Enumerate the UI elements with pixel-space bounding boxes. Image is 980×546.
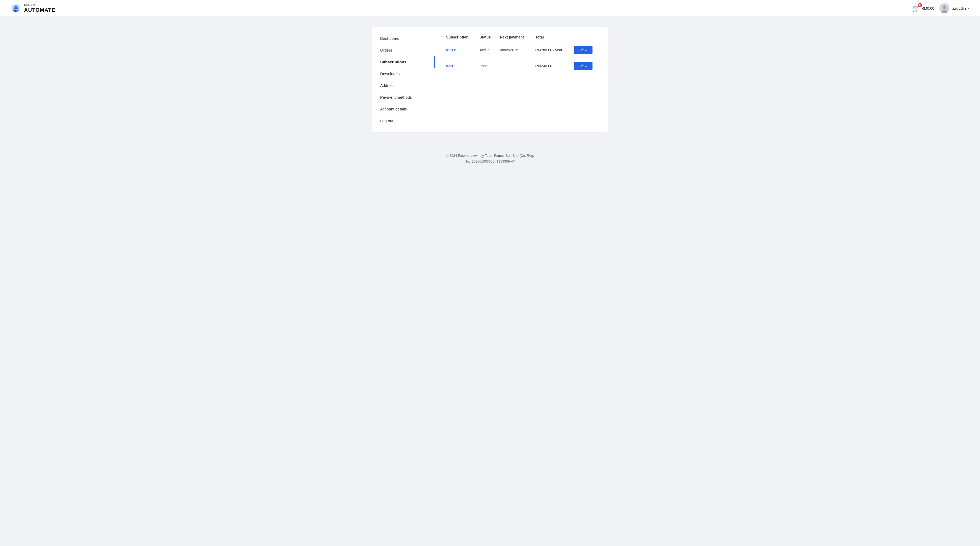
sidebar-item-log-out[interactable]: Log out xyxy=(372,115,435,127)
logo-automate-label: AUTOMATE xyxy=(24,7,55,13)
sidebar-item-subscriptions[interactable]: Subscriptions xyxy=(372,56,435,68)
header: FAMES AUTOMATE 🛒 0 RM0.00 izzuddin ▾ xyxy=(0,0,980,17)
cart-badge: 0 xyxy=(918,3,922,7)
view-button-330[interactable]: View xyxy=(574,62,592,70)
action-cell-2186: View xyxy=(571,42,600,58)
col-status: Status xyxy=(476,32,497,42)
cart-total: RM0.00 xyxy=(921,6,934,10)
sidebar-item-payment-methods[interactable]: Payment methods xyxy=(372,91,435,103)
col-next-payment: Next payment xyxy=(497,32,532,42)
footer-line2: No.: 202001003050 (1359369-A)) xyxy=(5,159,975,164)
avatar-svg xyxy=(939,3,950,13)
table-body: #2186 Active 08/05/2025 RM780.00 / year … xyxy=(443,42,600,74)
header-right: 🛒 0 RM0.00 izzuddin ▾ xyxy=(912,3,970,13)
col-total: Total xyxy=(532,32,571,42)
content-area: Subscription Status Next payment Total #… xyxy=(435,27,608,132)
total-cell-2186: RM780.00 / year xyxy=(532,42,571,58)
footer-line1: © 2024 Fatomate own by Team Fames Sdn Bh… xyxy=(5,153,975,159)
sidebar: Dashboard Orders Subscriptions Downloads… xyxy=(372,27,435,132)
content-card: Dashboard Orders Subscriptions Downloads… xyxy=(372,27,608,132)
logo: FAMES AUTOMATE xyxy=(10,3,55,14)
table-row: #2186 Active 08/05/2025 RM780.00 / year … xyxy=(443,42,600,58)
user-name: izzuddin xyxy=(951,6,966,10)
sidebar-item-dashboard[interactable]: Dashboard xyxy=(372,32,435,44)
table-row: #330 trash - RM240.00 View xyxy=(443,58,600,74)
sidebar-item-address[interactable]: Address xyxy=(372,80,435,91)
svg-point-3 xyxy=(943,5,946,9)
action-cell-330: View xyxy=(571,58,600,74)
col-action xyxy=(571,32,600,42)
next-payment-cell-2186: 08/05/2025 xyxy=(497,42,532,58)
sidebar-item-orders[interactable]: Orders xyxy=(372,44,435,56)
sidebar-item-downloads[interactable]: Downloads xyxy=(372,68,435,80)
table-header-row: Subscription Status Next payment Total xyxy=(443,32,600,42)
subscription-id-cell: #2186 xyxy=(443,42,476,58)
view-button-2186[interactable]: View xyxy=(574,46,592,54)
subscription-link-2186[interactable]: #2186 xyxy=(446,48,456,52)
subscription-link-330[interactable]: #330 xyxy=(446,64,454,68)
main-wrapper: Dashboard Orders Subscriptions Downloads… xyxy=(0,17,980,142)
chevron-down-icon: ▾ xyxy=(968,6,970,10)
cart-area[interactable]: 🛒 0 RM0.00 xyxy=(912,5,934,12)
cart-icon-wrapper: 🛒 0 xyxy=(912,5,920,12)
logo-icon xyxy=(10,3,21,14)
user-area[interactable]: izzuddin ▾ xyxy=(939,3,970,13)
subscriptions-table: Subscription Status Next payment Total #… xyxy=(443,32,600,74)
avatar xyxy=(939,3,950,13)
logo-fames-label: FAMES xyxy=(24,4,55,7)
status-cell-2186: Active xyxy=(476,42,497,58)
footer: © 2024 Fatomate own by Team Fames Sdn Bh… xyxy=(0,142,980,172)
status-cell-330: trash xyxy=(476,58,497,74)
subscription-id-cell: #330 xyxy=(443,58,476,74)
table-head: Subscription Status Next payment Total xyxy=(443,32,600,42)
logo-text: FAMES AUTOMATE xyxy=(24,4,55,13)
next-payment-cell-330: - xyxy=(497,58,532,74)
col-subscription: Subscription xyxy=(443,32,476,42)
total-cell-330: RM240.00 xyxy=(532,58,571,74)
sidebar-item-account-details[interactable]: Account details xyxy=(372,103,435,115)
